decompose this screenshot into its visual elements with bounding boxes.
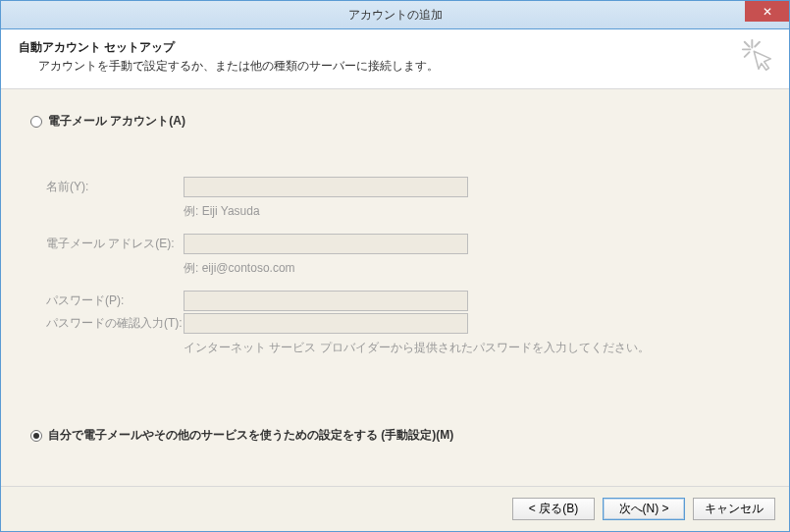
password-hint: インターネット サービス プロバイダーから提供されたパスワードを入力してください… — [184, 338, 650, 356]
add-account-window: アカウントの追加 ✕ 自動アカウント セットアップ アカウントを手動で設定するか… — [0, 0, 790, 532]
svg-line-4 — [745, 52, 750, 57]
window-title: アカウントの追加 — [348, 7, 443, 24]
cancel-button[interactable]: キャンセル — [693, 498, 775, 520]
cursor-click-icon — [740, 37, 777, 75]
radio-manual-setup[interactable]: 自分で電子メールやその他のサービスを使うための設定をする (手動設定)(M) — [30, 427, 764, 444]
name-input — [184, 177, 468, 197]
email-input — [184, 234, 468, 254]
name-hint: 例: Eiji Yasuda — [184, 201, 260, 220]
radio-manual-setup-label: 自分で電子メールやその他のサービスを使うための設定をする (手動設定)(M) — [48, 427, 453, 444]
email-hint: 例: eiji@contoso.com — [184, 258, 295, 277]
page-subheading: アカウントを手動で設定するか、または他の種類のサーバーに接続します。 — [38, 58, 771, 75]
back-button[interactable]: < 戻る(B) — [512, 498, 595, 520]
wizard-header: 自動アカウント セットアップ アカウントを手動で設定するか、または他の種類のサー… — [1, 29, 789, 89]
password-confirm-label: パスワードの確認入力(T): — [46, 315, 184, 332]
svg-line-3 — [755, 42, 760, 47]
name-label: 名前(Y): — [46, 179, 184, 195]
password-label: パスワード(P): — [46, 293, 184, 309]
email-account-form: 名前(Y): 例: Eiji Yasuda 電子メール アドレス(E): 例: … — [46, 177, 764, 356]
titlebar: アカウントの追加 ✕ — [1, 1, 789, 29]
wizard-footer: < 戻る(B) 次へ(N) > キャンセル — [1, 486, 789, 531]
password-confirm-input — [184, 313, 468, 334]
close-button[interactable]: ✕ — [745, 1, 789, 22]
close-icon: ✕ — [763, 5, 772, 19]
page-heading: 自動アカウント セットアップ — [19, 39, 771, 56]
radio-icon — [30, 430, 42, 442]
svg-line-2 — [745, 42, 750, 47]
email-label: 電子メール アドレス(E): — [46, 236, 184, 252]
wizard-body: 電子メール アカウント(A) 名前(Y): 例: Eiji Yasuda 電子メ… — [1, 89, 789, 486]
password-input — [184, 291, 468, 311]
radio-icon — [30, 116, 42, 128]
next-button[interactable]: 次へ(N) > — [603, 498, 685, 520]
radio-email-account[interactable]: 電子メール アカウント(A) — [30, 113, 764, 130]
radio-email-account-label: 電子メール アカウント(A) — [48, 113, 185, 130]
